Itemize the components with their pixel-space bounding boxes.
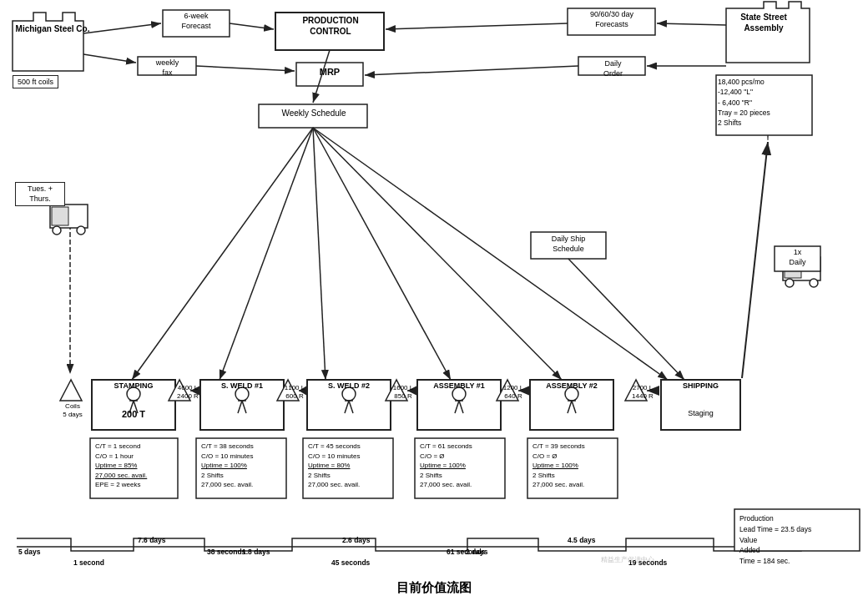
timeline-sec-1: 1 second: [73, 558, 104, 567]
svg-marker-0: [13, 13, 83, 71]
supplier-name: Michigan Steel Co.: [15, 23, 90, 34]
customer-details: 18,400 pcs/mo -12,400 "L" - 6,400 "R" Tr…: [718, 77, 811, 129]
svg-line-47: [455, 401, 459, 413]
vsm-canvas: Michigan Steel Co. 500 ft coils 6-weekFo…: [0, 0, 868, 601]
svg-line-22: [313, 128, 326, 380]
svg-line-14: [196, 66, 295, 71]
inv-coils: Coils5 days: [52, 402, 93, 420]
svg-line-21: [220, 128, 313, 380]
timeline-days-2: 7.6 days: [138, 536, 166, 544]
timeline-days-6: 4.5 days: [568, 536, 596, 544]
production-control-label: PRODUCTIONCONTROL: [278, 15, 383, 37]
timeline-sec-4: 61 seconds: [447, 548, 485, 556]
svg-line-20: [132, 128, 313, 380]
supplier-detail: 500 ft coils: [13, 75, 58, 88]
customer-name: State StreetAssembly: [722, 12, 805, 33]
svg-line-39: [238, 401, 242, 413]
shipping-label: SHIPPING: [663, 381, 739, 390]
svg-line-15: [657, 23, 726, 25]
timeline-sec-3: 45 seconds: [331, 558, 370, 567]
daily-ship-schedule-label: Daily ShipSchedule: [532, 235, 604, 254]
timeline-sec-2: 38 seconds: [207, 548, 245, 556]
forecast-label: 6-weekForecast: [164, 12, 228, 31]
svg-marker-53: [60, 380, 82, 401]
svg-line-52: [572, 401, 576, 413]
ship-frequency: 1xDaily: [776, 248, 819, 267]
stamping-detail: 200 T: [93, 409, 174, 419]
sweld1-data: C/T = 38 seconds C/O = 10 minutes Uptime…: [198, 440, 285, 492]
inv-after-sweld2: 1600 L850 R: [382, 384, 424, 402]
svg-line-72: [742, 142, 768, 378]
inv-after-assembly1: 1200 L640 R: [492, 384, 534, 402]
watermark: 精益生产促进中心: [601, 555, 654, 564]
timeline-days-3: 1.8 days: [242, 548, 270, 556]
page-title: 目前价值流图: [0, 580, 868, 596]
svg-point-85: [77, 226, 85, 235]
svg-line-12: [230, 23, 274, 29]
mrp-label: MRP: [299, 67, 361, 77]
lead-time-box: ProductionLead Time = 23.5 days ValueAdd…: [736, 512, 860, 568]
svg-point-88: [785, 279, 794, 287]
weekly-fax-label: weeklyfax: [140, 58, 194, 78]
svg-line-43: [345, 401, 349, 413]
stamping-label: STAMPING: [93, 381, 174, 390]
svg-point-89: [810, 279, 818, 287]
svg-line-26: [568, 259, 684, 380]
svg-line-16: [386, 23, 568, 29]
assembly2-data: C/T = 39 seconds C/O = Ø Uptime = 100% 2…: [529, 440, 616, 492]
svg-line-23: [313, 128, 451, 380]
svg-line-40: [242, 401, 246, 413]
svg-line-44: [349, 401, 353, 413]
svg-line-18: [365, 66, 578, 75]
daily-order-label: DailyOrder: [582, 59, 644, 78]
svg-rect-82: [50, 205, 88, 228]
assembly1-data: C/T = 61 seconds C/O = Ø Uptime = 100% 2…: [416, 440, 503, 492]
sweld1-label: S. WELD #1: [202, 381, 282, 390]
stamping-data: C/T = 1 second C/O = 1 hour Uptime = 85%…: [92, 440, 178, 492]
timeline-days-1: 5 days: [18, 548, 40, 556]
svg-rect-83: [52, 207, 68, 225]
svg-line-13: [83, 54, 136, 63]
assembly2-label: ASSEMBLY #2: [530, 381, 613, 390]
svg-line-25: [313, 128, 668, 380]
customer-forecast-label: 90/60/30 dayForecasts: [570, 10, 654, 29]
svg-line-24: [313, 128, 562, 380]
delivery-schedule: Tues. +Thurs.: [15, 182, 65, 206]
weekly-schedule-label: Weekly Schedule: [261, 109, 366, 118]
svg-point-84: [53, 226, 61, 235]
assembly1-label: ASSEMBLY #1: [417, 381, 501, 390]
inv-after-assembly2: 2700 L1440 R: [622, 384, 664, 402]
sweld2-label: S. WELD #2: [309, 381, 389, 390]
inv-after-stamping: 4600 L2400 R: [167, 384, 209, 402]
timeline-days-4: 2.6 days: [342, 536, 371, 544]
svg-line-48: [459, 401, 463, 413]
inv-after-sweld1: 1100 L600 R: [274, 384, 315, 402]
shipping-detail: Staging: [663, 409, 739, 417]
sweld2-data: C/T = 45 seconds C/O = 10 minutes Uptime…: [305, 440, 391, 492]
svg-line-11: [83, 23, 161, 33]
svg-line-51: [568, 401, 572, 413]
